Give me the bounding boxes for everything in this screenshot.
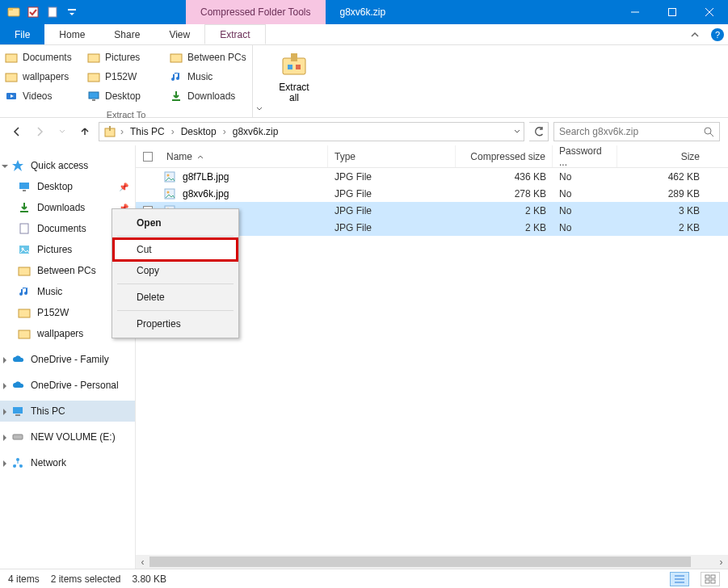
svg-rect-37 (13, 407, 23, 414)
collapse-ribbon-icon[interactable] (683, 24, 707, 44)
file-size: 289 KB (617, 188, 706, 200)
nav-onedrive-family[interactable]: OneDrive - Family (0, 349, 135, 370)
svg-rect-24 (109, 126, 111, 131)
recent-dropdown-icon[interactable] (53, 123, 71, 141)
pin-downloads[interactable]: Downloads (170, 87, 247, 105)
svg-rect-34 (19, 267, 30, 275)
col-password[interactable]: Password ... (553, 145, 617, 167)
crumb-thispc[interactable]: This PC (127, 126, 168, 137)
col-compressed-size[interactable]: Compressed size (456, 145, 553, 167)
nav-quick-access[interactable]: Quick access (0, 155, 135, 176)
sort-asc-icon (197, 153, 204, 160)
extract-all-button[interactable]: Extract all (266, 45, 322, 103)
col-name[interactable]: Name (160, 145, 328, 167)
svg-rect-28 (19, 183, 29, 189)
minimize-button[interactable] (616, 0, 654, 24)
close-button[interactable] (691, 0, 728, 24)
scroll-right-icon[interactable]: › (714, 555, 728, 569)
svg-rect-4 (68, 9, 76, 10)
nav-desktop[interactable]: Desktop📌 (0, 176, 135, 197)
maximize-button[interactable] (654, 0, 691, 24)
svg-rect-12 (6, 74, 17, 82)
status-bar: 4 items 2 items selected 3.80 KB (0, 569, 728, 588)
explorer-icon[interactable] (5, 3, 23, 21)
tab-view[interactable]: View (154, 24, 204, 44)
nav-label: P152W (37, 307, 69, 318)
nav-label: Desktop (37, 181, 73, 192)
window-title: g8xv6k.zip (326, 6, 401, 18)
scroll-thumb[interactable] (149, 556, 691, 567)
pin-between[interactable]: Between PCs (170, 48, 247, 66)
forward-button[interactable] (31, 123, 48, 141)
view-details-button[interactable] (670, 572, 689, 586)
pin-videos[interactable]: Videos (5, 87, 82, 105)
nav-network[interactable]: Network (0, 452, 135, 473)
crumb-desktop[interactable]: Desktop (178, 126, 220, 137)
nav-label: This PC (31, 405, 65, 417)
file-name-cell: g8xv6k.jpg (160, 187, 328, 200)
chevron-right-icon[interactable]: › (221, 126, 228, 137)
svg-rect-16 (89, 92, 99, 99)
pin-documents[interactable]: Documents (5, 48, 82, 66)
ctx-cut[interactable]: Cut (114, 239, 237, 260)
pin-music[interactable]: Music (170, 68, 247, 86)
view-large-button[interactable] (701, 572, 720, 586)
refresh-button[interactable] (529, 122, 549, 141)
svg-rect-38 (15, 414, 20, 416)
up-button[interactable] (76, 123, 94, 141)
chevron-right-icon[interactable]: › (119, 126, 125, 137)
svg-point-44 (167, 174, 170, 176)
ctx-copy[interactable]: Copy (114, 260, 237, 281)
file-row[interactable]: g8f7LB.jpg JPG File 436 KB No 462 KB (136, 168, 728, 185)
file-row[interactable]: g8xv6k.jpg JPG File 278 KB No 289 KB (136, 185, 728, 202)
horizontal-scrollbar[interactable]: ‹ › (136, 555, 728, 569)
pin-desktop[interactable]: Desktop (87, 87, 165, 105)
svg-rect-54 (705, 575, 709, 578)
help-button[interactable]: ? (707, 24, 728, 44)
chevron-right-icon[interactable]: › (170, 126, 176, 137)
col-type[interactable]: Type (328, 145, 456, 167)
svg-rect-36 (19, 330, 30, 338)
ctx-delete[interactable]: Delete (114, 287, 237, 308)
pin-label: Videos (23, 90, 52, 102)
ctx-open[interactable]: Open (114, 212, 237, 233)
nav-onedrive-personal[interactable]: OneDrive - Personal (0, 375, 135, 396)
new-qat-icon[interactable] (44, 3, 61, 21)
crumb-archive[interactable]: g8xv6k.zip (229, 126, 282, 137)
select-all-checkbox[interactable] (136, 152, 160, 162)
svg-rect-3 (48, 7, 57, 17)
nav-label: Network (31, 457, 66, 468)
svg-rect-13 (88, 74, 99, 82)
svg-rect-22 (296, 65, 301, 69)
qat-dropdown-icon[interactable] (63, 3, 81, 21)
file-pwd: No (553, 188, 617, 200)
breadcrumb[interactable]: › This PC › Desktop › g8xv6k.zip (99, 122, 524, 141)
pin-wallpapers[interactable]: wallpapers (5, 68, 82, 86)
tab-file[interactable]: File (0, 24, 44, 44)
pin-p152w[interactable]: P152W (87, 68, 165, 86)
scroll-track[interactable] (149, 555, 714, 569)
svg-rect-18 (172, 99, 180, 101)
tab-extract[interactable]: Extract (204, 24, 265, 44)
scroll-left-icon[interactable]: ‹ (136, 555, 149, 569)
nav-thispc[interactable]: This PC (0, 401, 135, 422)
file-csize: 278 KB (456, 188, 553, 200)
image-file-icon (163, 187, 176, 200)
tab-home[interactable]: Home (44, 24, 99, 44)
file-pwd: No (553, 222, 617, 233)
col-size[interactable]: Size (617, 145, 706, 167)
nav-newvol[interactable]: NEW VOLUME (E:) (0, 426, 135, 447)
titlebar: Compressed Folder Tools g8xv6k.zip (0, 0, 728, 24)
checkbox-qat-icon[interactable] (24, 3, 42, 21)
pin-label: Downloads (187, 90, 235, 102)
chevron-down-icon[interactable] (514, 128, 520, 135)
pin-pictures[interactable]: Pictures (87, 48, 165, 66)
search-input[interactable]: Search g8xv6k.zip (553, 122, 720, 141)
pin-label: Music (187, 71, 213, 82)
file-type: JPG File (328, 188, 456, 200)
tab-share[interactable]: Share (99, 24, 154, 44)
ctx-properties[interactable]: Properties (114, 313, 237, 334)
ribbon-more-icon[interactable] (253, 45, 266, 117)
back-button[interactable] (8, 123, 26, 141)
context-menu: Open Cut Copy Delete Properties (112, 208, 239, 338)
